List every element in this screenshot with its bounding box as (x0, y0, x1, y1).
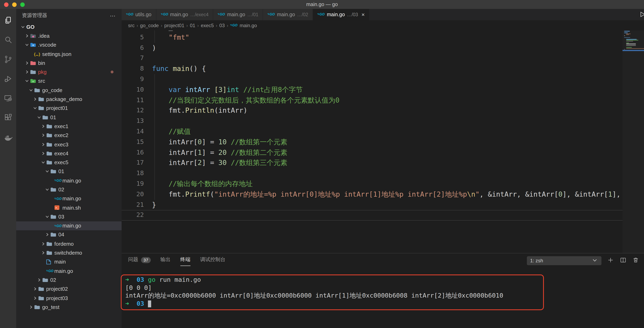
tree-item-exec5[interactable]: exec5 (16, 158, 122, 167)
code-line-13[interactable]: 13 (122, 116, 622, 126)
chevron-down-icon[interactable] (24, 78, 30, 84)
breadcrumb-item-03[interactable]: 03 (219, 22, 225, 28)
chevron-down-icon[interactable] (32, 106, 38, 111)
panel-tab-item[interactable]: 终端 (180, 254, 190, 268)
chevron-right-icon[interactable] (24, 33, 30, 38)
tree-item-pkg[interactable]: pkg (16, 68, 122, 77)
more-actions-icon[interactable]: ⋯ (110, 12, 116, 19)
terminal-shell-select[interactable]: 1: zsh (527, 256, 602, 265)
panel-tab-item[interactable]: 输出 (160, 254, 170, 268)
panel-tab-item[interactable]: 问题37 (128, 254, 150, 268)
tree-item-main[interactable]: main (16, 257, 122, 266)
breadcrumb-item-src[interactable]: src (128, 22, 134, 28)
chevron-right-icon[interactable] (36, 277, 42, 282)
code-line-5[interactable]: 5 "fmt" (122, 32, 622, 43)
breadcrumb-item-01[interactable]: 01 (190, 22, 195, 28)
tree-item-idea[interactable]: ◆.idea (16, 32, 122, 40)
tree-item-main-sh[interactable]: >_main.sh (16, 203, 122, 212)
minimap[interactable] (622, 30, 644, 253)
tree-item-exec1[interactable]: exec1 (16, 122, 122, 131)
tree-item-02[interactable]: 02 (16, 185, 122, 194)
code-line-14[interactable]: 14 //赋值 (122, 126, 622, 137)
chevron-right-icon[interactable] (44, 232, 50, 238)
code-line-7[interactable]: 7 (122, 53, 622, 64)
chevron-down-icon[interactable] (20, 24, 26, 30)
tree-item-go-code[interactable]: go_code (16, 86, 122, 95)
activity-source-control-icon[interactable] (0, 50, 16, 69)
code-line-19[interactable]: 19 //输出每个数组的内存地址 (122, 179, 622, 189)
breadcrumb-item-main-go[interactable]: GOmain.go (230, 22, 257, 28)
tree-item-project01[interactable]: project01 (16, 104, 122, 113)
tree-item-02[interactable]: 02 (16, 276, 122, 284)
tree-item-01[interactable]: 01 (16, 167, 122, 176)
tree-item-main-go[interactable]: GOmain.go (16, 266, 122, 276)
activity-docker-icon[interactable] (0, 127, 16, 147)
run-file-button[interactable] (638, 10, 644, 20)
code-line-8[interactable]: 8func main() { (122, 64, 622, 74)
tree-item-switchdemo[interactable]: switchdemo (16, 248, 122, 258)
split-terminal-button[interactable] (620, 256, 626, 265)
chevron-right-icon[interactable] (40, 250, 46, 256)
code-line-21[interactable]: 21} (122, 200, 622, 210)
tree-item-package-demo[interactable]: package_demo (16, 95, 122, 104)
tree-item-project02[interactable]: project02 (16, 284, 122, 294)
close-icon[interactable]: ✕ (361, 12, 365, 17)
tree-item-main-go[interactable]: GOmain.go (16, 176, 122, 185)
code-editor[interactable]: 4 _ "errors"5 "fmt"6)78func main() {910 … (122, 30, 644, 253)
tree-item-exec2[interactable]: exec2 (16, 131, 122, 140)
tab-utils-go[interactable]: GOutils.go (122, 9, 156, 20)
tree-item-go[interactable]: GO (16, 22, 122, 32)
panel-tab-item[interactable]: 调试控制台 (200, 254, 225, 268)
activity-remote-explorer-icon[interactable] (0, 88, 16, 108)
tree-item-project03[interactable]: project03 (16, 294, 122, 303)
tree-item-exec3[interactable]: exec3 (16, 140, 122, 149)
tree-item-04[interactable]: 04 (16, 230, 122, 240)
tree-item-03[interactable]: 03 (16, 212, 122, 221)
breadcrumb-item-project01[interactable]: project01 (164, 22, 184, 28)
tree-item-bin[interactable]: bin (16, 58, 122, 68)
chevron-right-icon[interactable] (40, 124, 46, 129)
code-line-22[interactable]: 22 (122, 210, 622, 221)
tree-item-settings-json[interactable]: {…}settings.json (16, 50, 122, 58)
kill-terminal-button[interactable] (632, 256, 639, 265)
tree-item-vscode[interactable]: ✕.vscode (16, 40, 122, 50)
chevron-down-icon[interactable] (44, 187, 50, 192)
tree-item-main-go[interactable]: GOmain.go (16, 194, 122, 203)
chevron-down-icon[interactable] (36, 114, 42, 120)
chevron-right-icon[interactable] (40, 241, 46, 246)
chevron-right-icon[interactable] (32, 286, 38, 292)
breadcrumb-item-exec5[interactable]: exec5 (201, 22, 214, 28)
chevron-right-icon[interactable] (28, 304, 34, 310)
chevron-down-icon[interactable] (44, 169, 50, 174)
chevron-right-icon[interactable] (24, 69, 30, 74)
code-line-15[interactable]: 15 intArr[0] = 10 //数组第一个元素 (122, 137, 622, 148)
tab-main-go-exec4[interactable]: GOmain.go…/exec4 (156, 9, 214, 20)
chevron-right-icon[interactable] (32, 96, 38, 102)
chevron-down-icon[interactable] (24, 42, 30, 48)
new-terminal-button[interactable] (607, 256, 614, 265)
activity-extensions-icon[interactable] (0, 108, 16, 127)
tree-item-go-test[interactable]: go_test (16, 302, 122, 312)
tab-main-go-03[interactable]: GOmain.go…/03✕ (313, 9, 370, 20)
chevron-right-icon[interactable] (24, 60, 30, 66)
chevron-down-icon[interactable] (40, 160, 46, 165)
activity-search-icon[interactable] (0, 30, 16, 50)
chevron-right-icon[interactable] (32, 295, 38, 301)
code-line-18[interactable]: 18 (122, 168, 622, 179)
chevron-right-icon[interactable] (40, 132, 46, 138)
activity-run-debug-icon[interactable] (0, 69, 16, 88)
tab-main-go-01[interactable]: GOmain.go…/01 (214, 9, 263, 20)
chevron-right-icon[interactable] (40, 151, 46, 156)
chevron-down-icon[interactable] (44, 214, 50, 219)
terminal[interactable]: ➜ 03 go run main.go[0 0 0]intArr的地址=0xc0… (122, 268, 644, 328)
code-line-11[interactable]: 11 //当我们定义完数组后，其实数组的各个元素默认值为0 (122, 95, 622, 106)
activity-explorer-icon[interactable] (0, 10, 16, 30)
code-line-6[interactable]: 6) (122, 43, 622, 53)
code-line-9[interactable]: 9 (122, 74, 622, 85)
code-line-4[interactable]: 4 _ "errors" (122, 30, 622, 32)
code-line-20[interactable]: 20 fmt.Printf("intArr的地址=%p intArr[0]地址%… (122, 189, 622, 200)
code-line-17[interactable]: 17 intArr[2] = 30 //数组第三个元素 (122, 158, 622, 168)
tree-item-main-go[interactable]: GOmain.go (16, 221, 122, 230)
tree-item-src[interactable]: ‹›src (16, 77, 122, 86)
tree-item-fordemo[interactable]: fordemo (16, 239, 122, 248)
